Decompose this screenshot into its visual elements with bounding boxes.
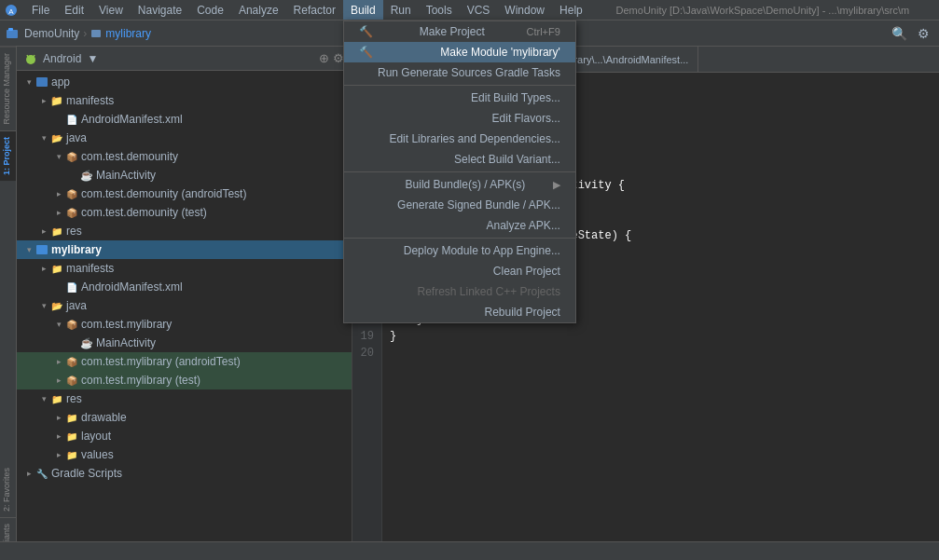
tree-label-test: com.test.demounity (test) [81,206,207,219]
menu-clean-project[interactable]: Clean Project [344,261,575,281]
analyze-apk-label: Analyze APK... [487,219,560,232]
make-project-shortcut: Ctrl+F9 [527,26,560,37]
menu-file[interactable]: File [24,0,57,20]
menu-edit-flavors[interactable]: Edit Flavors... [344,108,575,129]
run-generate-icon [359,66,374,79]
tree-item-values[interactable]: ▸ 📁 values [17,445,352,464]
build-bundle-icon [359,178,374,191]
window-title: DemoUnity [D:\Java\WorkSpace\DemoUnity] … [590,5,935,16]
menu-run-generate[interactable]: Run Generate Sources Gradle Tasks [344,62,575,83]
tree-label-androidmanifest-app: AndroidManifest.xml [81,113,183,126]
breadcrumb-module[interactable]: mylibrary [105,27,151,40]
xml-lib-icon: 📄 [65,280,78,294]
tree-item-app[interactable]: ▾ app [17,73,352,91]
project-type-label: Android [43,52,81,65]
menu-generate-signed[interactable]: Generate Signed Bundle / APK... [344,195,575,215]
package-androidtest-lib-icon: 📦 [65,355,78,368]
tree-item-gradle[interactable]: ▸ 🔧 Gradle Scripts [17,464,352,483]
select-variant-label: Select Build Variant... [454,153,560,166]
generate-signed-icon [359,198,374,212]
menu-refactor[interactable]: Refactor [286,0,343,20]
menu-help[interactable]: Help [552,0,590,20]
breadcrumb-project[interactable]: DemoUnity [24,27,79,40]
project-header: Android ▼ ⊕ ⚙ [17,47,352,71]
menu-navigate[interactable]: Navigate [131,0,189,20]
menu-edit[interactable]: Edit [57,0,91,20]
line-num: 19 [360,328,374,345]
menu-deploy-module[interactable]: Deploy Module to App Engine... [344,240,575,261]
tree-item-androidmanifest-lib[interactable]: ▸ 📄 AndroidManifest.xml [17,278,352,296]
menu-select-build-variant[interactable]: Select Build Variant... [344,149,575,170]
rebuild-project-label: Rebuild Project [485,306,560,319]
tree-arrow-java-app: ▾ [39,133,48,143]
tree-label-androidtest: com.test.demounity (androidTest) [81,187,246,200]
menu-tools[interactable]: Tools [419,0,460,20]
menu-analyze[interactable]: Analyze [231,0,286,20]
tree-label-java-app: java [66,131,87,144]
menu-build[interactable]: Build [343,0,383,20]
module-icon [35,75,48,89]
tree-item-androidtest[interactable]: ▸ 📦 com.test.demounity (androidTest) [17,184,352,203]
tree-item-drawable[interactable]: ▸ 📁 drawable [17,408,352,427]
package-test-icon: 📦 [65,206,78,219]
tree-arrow-package-mylibrary: ▾ [54,320,63,329]
tree-item-test-lib[interactable]: ▸ 📦 com.test.mylibrary (test) [17,371,352,389]
folder-icon: 📁 [50,94,63,107]
tree-item-package-mylibrary[interactable]: ▾ 📦 com.test.mylibrary [17,315,352,334]
menu-build-bundle[interactable]: Build Bundle(s) / APK(s) ▶ [344,174,575,195]
tree-arrow-values: ▸ [54,450,63,459]
tree-item-java-app[interactable]: ▾ 📂 java [17,129,352,147]
run-generate-label: Run Generate Sources Gradle Tasks [378,66,560,79]
svg-rect-10 [36,245,48,254]
project-header-left: Android ▼ [24,52,98,65]
tree-item-mainactivity-app[interactable]: ▸ ☕ MainActivity [17,166,352,184]
side-tab-project[interactable]: 1: Project [0,130,16,181]
menu-rebuild-project[interactable]: Rebuild Project [344,302,575,322]
tree-item-test[interactable]: ▸ 📦 com.test.demounity (test) [17,203,352,222]
tree-item-manifests-app[interactable]: ▸ 📁 manifests [17,91,352,110]
side-tab-favorites[interactable]: 2: Favorites [0,462,16,518]
menu-make-project[interactable]: 🔨 Make Project Ctrl+F9 [344,21,575,42]
tree-label-androidtest-lib: com.test.mylibrary (androidTest) [81,355,241,368]
tree-label-drawable: drawable [81,411,127,424]
project-add-btn[interactable]: ⊕ [319,51,329,65]
package-lib-icon: 📦 [65,318,78,331]
menu-run[interactable]: Run [383,0,419,20]
menu-make-module[interactable]: 🔨 Make Module 'mylibrary' [344,42,575,62]
tree-label-app: app [51,75,70,89]
tree-item-res-app[interactable]: ▸ 📁 res [17,222,352,240]
tree-item-mylibrary[interactable]: ▾ mylibrary [17,240,352,259]
menu-view[interactable]: View [91,0,131,20]
svg-rect-6 [27,57,35,61]
tree-label-java-lib: java [66,299,87,312]
tree-label-package-mylibrary: com.test.mylibrary [81,318,172,331]
menu-edit-libraries[interactable]: Edit Libraries and Dependencies... [344,129,575,149]
tree-item-mainactivity-lib[interactable]: ▸ ☕ MainActivity [17,334,352,352]
menu-vcs[interactable]: VCS [460,0,498,20]
app-logo: A [4,3,19,18]
tree-item-manifests-lib[interactable]: ▸ 📁 manifests [17,259,352,278]
tree-item-res-lib[interactable]: ▾ 📁 res [17,389,352,408]
divider-3 [344,238,575,239]
refresh-linked-label: Refresh Linked C++ Projects [417,285,559,298]
menu-code[interactable]: Code [189,0,231,20]
tree-item-layout[interactable]: ▸ 📁 layout [17,427,352,445]
menu-window[interactable]: Window [497,0,552,20]
tree-item-androidmanifest-app[interactable]: ▸ 📄 AndroidManifest.xml [17,110,352,129]
tree-item-package-demounity[interactable]: ▾ 📦 com.test.demounity [17,147,352,166]
toolbar-search-btn[interactable]: 🔍 [889,23,909,44]
clean-project-label: Clean Project [493,265,560,278]
toolbar-settings-btn[interactable]: ⚙ [913,23,933,44]
menu-edit-build-types[interactable]: Edit Build Types... [344,88,575,108]
res-folder-icon: 📁 [50,225,63,238]
project-header-icons: ⊕ ⚙ [319,51,344,65]
side-tab-resource-manager[interactable]: Resource Manager [0,47,16,130]
tree-item-java-lib[interactable]: ▾ 📂 java [17,296,352,315]
tree-item-androidtest-lib[interactable]: ▸ 📦 com.test.mylibrary (androidTest) [17,352,352,371]
tree-arrow-manifests-lib: ▸ [39,264,48,273]
tree-label-res-app: res [66,225,82,238]
select-variant-icon [359,153,374,166]
project-dropdown-arrow[interactable]: ▼ [87,52,98,65]
menu-analyze-apk[interactable]: Analyze APK... [344,215,575,236]
class-icon-app: ☕ [80,169,93,182]
